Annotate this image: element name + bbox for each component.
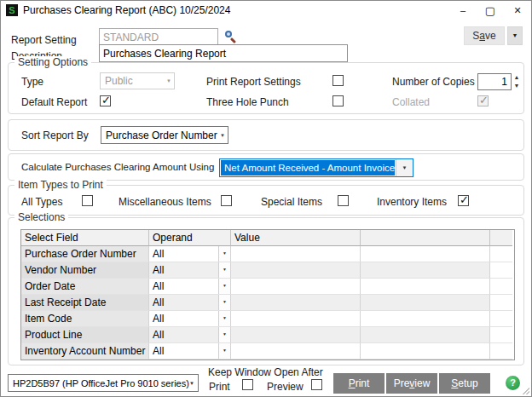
table-row-field: Purchase Order Number xyxy=(21,246,149,262)
table-row-field: Last Receipt Date xyxy=(21,295,149,311)
row-end-cell xyxy=(490,262,512,279)
value-cell[interactable] xyxy=(231,311,361,327)
operand-select[interactable]: All▼ xyxy=(149,343,231,360)
keep-open-print-label: Print xyxy=(209,381,230,393)
save-button[interactable]: Save xyxy=(464,26,505,45)
value2-cell[interactable] xyxy=(361,262,490,279)
keep-open-print-checkbox[interactable] xyxy=(242,379,253,390)
collated-checkbox xyxy=(477,95,489,106)
keep-window-open-label: Keep Window Open After xyxy=(208,366,323,378)
value-cell[interactable] xyxy=(231,295,361,311)
sort-report-by-label: Sort Report By xyxy=(21,129,89,141)
miscellaneous-items-label: Miscellaneous Items xyxy=(119,196,211,208)
chevron-down-icon[interactable]: ▼ xyxy=(218,327,230,342)
chevron-down-icon[interactable]: ▼ xyxy=(218,295,230,310)
value-cell[interactable] xyxy=(231,246,361,262)
table-row-field: Vendor Number xyxy=(21,262,149,279)
column-header-blank xyxy=(361,230,490,246)
resize-grip[interactable] xyxy=(522,387,529,394)
row-end-cell xyxy=(490,343,512,360)
chevron-down-icon: ▼ xyxy=(220,133,225,138)
item-types-title: Item Types to Print xyxy=(14,179,107,191)
selections-title: Selections xyxy=(14,211,68,223)
three-hole-punch-label: Three Hole Punch xyxy=(206,96,289,108)
chevron-down-icon[interactable]: ▼ xyxy=(218,343,230,359)
column-header-value: Value xyxy=(231,230,361,246)
value2-cell[interactable] xyxy=(361,343,490,360)
value-cell[interactable] xyxy=(231,343,361,360)
table-row-field: Order Date xyxy=(21,279,149,295)
value2-cell[interactable] xyxy=(361,311,490,327)
sort-report-by-select[interactable]: Purchase Order Number▼ xyxy=(101,126,228,144)
collated-label: Collated xyxy=(392,96,430,108)
miscellaneous-items-checkbox[interactable] xyxy=(221,195,232,206)
selected-option: Net Amount Received - Amount Invoiced xyxy=(221,160,395,175)
row-end-cell xyxy=(490,327,512,343)
table-row-field: Inventory Account Number xyxy=(21,343,149,360)
keep-open-preview-label: Preview xyxy=(267,381,304,393)
row-end-cell xyxy=(490,246,512,262)
value2-cell[interactable] xyxy=(361,327,490,343)
inventory-items-checkbox[interactable] xyxy=(458,195,469,206)
description-input[interactable] xyxy=(99,44,348,62)
lookup-magnifier-icon[interactable] xyxy=(224,30,238,43)
setup-button[interactable]: Setup xyxy=(439,373,490,394)
operand-select[interactable]: All▼ xyxy=(149,327,231,343)
chevron-down-icon[interactable]: ▼ xyxy=(218,311,230,326)
sage-logo-icon: S xyxy=(6,4,18,16)
value-cell[interactable] xyxy=(231,262,361,279)
setting-options-title: Setting Options xyxy=(14,56,91,68)
report-setting-input[interactable] xyxy=(99,28,218,46)
type-label: Type xyxy=(21,76,43,88)
column-header-end xyxy=(490,230,512,246)
column-header-select-field: Select Field xyxy=(21,230,149,246)
calculate-group: Calculate Purchases Clearing Amount Usin… xyxy=(8,153,524,181)
print-button[interactable]: Print xyxy=(333,373,385,394)
value2-cell[interactable] xyxy=(361,246,490,262)
spin-down-icon[interactable]: ▼ xyxy=(512,82,522,89)
chevron-down-icon[interactable]: ▼ xyxy=(218,246,230,262)
three-hole-punch-checkbox[interactable] xyxy=(332,95,344,106)
operand-select[interactable]: All▼ xyxy=(149,262,231,279)
chevron-down-icon[interactable]: ▼ xyxy=(218,279,230,294)
save-dropdown-button[interactable]: ▼ xyxy=(507,26,523,45)
operand-select[interactable]: All▼ xyxy=(149,279,231,295)
chevron-down-icon[interactable]: ▼ xyxy=(396,159,413,176)
preview-button[interactable]: Preview xyxy=(386,373,437,394)
row-end-cell xyxy=(490,311,512,327)
calculate-amount-label: Calculate Purchases Clearing Amount Usin… xyxy=(21,162,214,172)
value-cell[interactable] xyxy=(231,327,361,343)
spin-up-icon[interactable]: ▲ xyxy=(512,73,522,81)
print-report-settings-checkbox[interactable] xyxy=(332,75,344,86)
value-cell[interactable] xyxy=(231,279,361,295)
default-report-checkbox[interactable] xyxy=(100,95,111,106)
printer-select[interactable]: HP2D5B97 (HP OfficeJet Pro 9010 series)▼ xyxy=(8,374,199,392)
number-of-copies-input[interactable]: 1 xyxy=(477,73,512,90)
operand-select[interactable]: All▼ xyxy=(149,246,231,262)
keep-open-preview-checkbox[interactable] xyxy=(311,379,322,390)
close-icon[interactable]: ✕ xyxy=(504,1,531,20)
help-icon[interactable]: ? xyxy=(506,376,520,390)
table-row-field: Product Line xyxy=(21,327,149,343)
all-types-label: All Types xyxy=(21,196,62,208)
column-header-operand: Operand xyxy=(149,230,231,246)
chevron-down-icon[interactable]: ▼ xyxy=(218,262,230,278)
selections-table: Select Field Operand Value Purchase Orde… xyxy=(20,229,515,360)
minimize-icon[interactable]: – xyxy=(449,1,477,20)
operand-select[interactable]: All▼ xyxy=(149,311,231,327)
table-row-field: Item Code xyxy=(21,311,149,327)
row-end-cell xyxy=(490,295,512,311)
number-of-copies-label: Number of Copies xyxy=(392,76,475,88)
calculate-amount-select[interactable]: Net Amount Received - Amount Invoiced ▼ xyxy=(219,158,413,177)
print-report-settings-label: Print Report Settings xyxy=(206,76,301,88)
value2-cell[interactable] xyxy=(361,279,490,295)
all-types-checkbox[interactable] xyxy=(82,195,93,206)
special-items-checkbox[interactable] xyxy=(338,195,349,206)
operand-select[interactable]: All▼ xyxy=(149,295,231,311)
type-select[interactable]: Public▼ xyxy=(100,72,175,89)
value2-cell[interactable] xyxy=(361,295,490,311)
report-setting-label: Report Setting xyxy=(11,34,77,46)
inventory-items-label: Inventory Items xyxy=(377,196,447,208)
maximize-icon[interactable]: ▢ xyxy=(477,1,504,20)
selections-group: Selections Select Field Operand Value Pu… xyxy=(8,217,524,365)
